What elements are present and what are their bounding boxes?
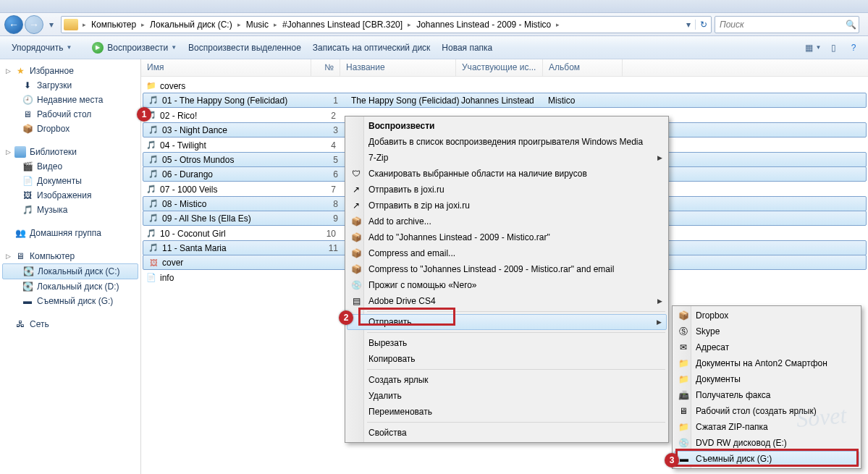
menu-item[interactable]: 📁Документы	[674, 371, 859, 387]
sidebar-item[interactable]: ⬇Загрузки	[0, 78, 140, 93]
address-bar[interactable]: ▸ Компьютер▸Локальный диск (C:)▸Music▸#J…	[61, 16, 712, 33]
menu-item[interactable]: Копировать	[347, 351, 667, 367]
view-button[interactable]: ▦▼	[804, 40, 822, 56]
col-name[interactable]: Имя	[141, 59, 311, 76]
menu-item[interactable]: ✉Адресат	[674, 339, 859, 355]
menu-item[interactable]: 📁Документы на Anton2 Смартфон	[674, 355, 859, 371]
sidebar-item[interactable]: 💽Локальный диск (D:)	[0, 279, 140, 294]
menu-item[interactable]: ⓈSkype	[674, 323, 859, 339]
help-button[interactable]: ?	[845, 40, 862, 56]
menu-item[interactable]: ↗Отправить в zip на joxi.ru	[347, 198, 667, 213]
sidebar-item[interactable]: 🕘Недавние места	[0, 93, 140, 107]
forward-button[interactable]: →	[25, 15, 43, 34]
column-headers: Имя № Название Участвующие ис... Альбом	[141, 59, 868, 77]
annotation-badge-3: 3	[665, 453, 679, 467]
file-row[interactable]: 🎵01 - The Happy Song (Felicidad)1The Hap…	[143, 93, 867, 108]
addr-dropdown[interactable]: ▾	[683, 17, 694, 32]
breadcrumb-item[interactable]: Локальный диск (C:)	[147, 17, 235, 33]
chevron-right-icon[interactable]: ▸	[80, 21, 88, 28]
menu-separator	[367, 332, 665, 333]
sendto-submenu: 📦DropboxⓈSkype✉Адресат📁Документы на Anto…	[672, 305, 861, 469]
sidebar-computer[interactable]: ▷🖥Компьютер	[0, 249, 140, 263]
breadcrumb-item[interactable]: #Johannes Linstead [CBR.320]	[279, 17, 405, 33]
chevron-right-icon[interactable]: ▸	[554, 21, 562, 28]
sidebar-item[interactable]: 💽Локальный диск (C:)	[2, 263, 138, 279]
chevron-right-icon[interactable]: ▸	[139, 21, 147, 28]
menu-item[interactable]: 💿Прожиг с помощью «Nero»	[347, 277, 667, 293]
toolbar: Упорядочить▼ ▶Воспроизвести▼ Воспроизвес…	[0, 36, 868, 59]
refresh-button[interactable]: ↻	[695, 20, 711, 30]
sidebar-item[interactable]: 📦Dropbox	[0, 122, 140, 136]
menu-item[interactable]: Вырезать	[347, 335, 667, 351]
menu-item[interactable]: 📠Получатель факса	[674, 387, 859, 403]
title-bar	[0, 0, 868, 13]
context-menu: ВоспроизвестиДобавить в список воспроизв…	[345, 116, 669, 443]
chevron-right-icon[interactable]: ▸	[405, 21, 413, 28]
menu-item[interactable]: 📦Add to archive...	[347, 213, 667, 229]
menu-item[interactable]: Переименовать	[347, 404, 667, 420]
menu-item[interactable]: Отправить▶	[347, 314, 667, 330]
sidebar-item[interactable]: 🎬Видео	[0, 159, 140, 174]
menu-item[interactable]: 🛡Сканировать выбранные области на наличи…	[347, 166, 667, 182]
burn-button[interactable]: Записать на оптический диск	[307, 40, 437, 56]
menu-item[interactable]: 7-Zip▶	[347, 150, 667, 166]
sidebar-network[interactable]: 🖧Сеть	[0, 317, 140, 331]
chevron-right-icon[interactable]: ▸	[235, 21, 243, 28]
menu-item[interactable]: 📦Compress to "Johannes Linstead - 2009 -…	[347, 261, 667, 277]
folder-icon	[64, 19, 78, 30]
menu-item[interactable]: ▤Adobe Drive CS4▶	[347, 293, 667, 309]
menu-item[interactable]: Добавить в список воспроизведения проигр…	[347, 134, 667, 150]
play-selected-button[interactable]: Воспроизвести выделенное	[182, 40, 307, 56]
menu-item[interactable]: 🖥Рабочий стол (создать ярлык)	[674, 403, 859, 419]
search-input[interactable]	[715, 20, 843, 30]
menu-separator	[367, 311, 665, 312]
play-button[interactable]: ▶Воспроизвести▼	[86, 39, 182, 56]
sidebar-item[interactable]: 🖼Изображения	[0, 188, 140, 203]
history-dropdown[interactable]: ▾	[46, 17, 56, 32]
menu-item[interactable]: Удалить	[347, 388, 667, 404]
menu-item[interactable]: 📦Add to "Johannes Linstead - 2009 - Mist…	[347, 229, 667, 245]
col-title[interactable]: Название	[340, 59, 456, 76]
annotation-badge-1: 1	[137, 107, 151, 122]
breadcrumb-item[interactable]: Компьютер	[88, 17, 139, 33]
col-album[interactable]: Альбом	[543, 59, 623, 76]
menu-item[interactable]: Свойства	[347, 425, 667, 441]
file-row[interactable]: 📁covers	[141, 78, 868, 93]
menu-separator	[367, 422, 665, 423]
menu-item[interactable]: Создать ярлык	[347, 372, 667, 388]
annotation-badge-2: 2	[339, 310, 353, 325]
sidebar-item[interactable]: 📄Документы	[0, 174, 140, 188]
new-folder-button[interactable]: Новая папка	[436, 40, 498, 56]
back-button[interactable]: ←	[4, 15, 23, 34]
menu-separator	[367, 369, 665, 370]
menu-item[interactable]: Воспроизвести	[347, 118, 667, 134]
col-number[interactable]: №	[311, 59, 340, 76]
breadcrumb-item[interactable]: Music	[243, 17, 271, 33]
sidebar-item[interactable]: 🖥Рабочий стол	[0, 107, 140, 122]
menu-item[interactable]: 📦Compress and email...	[347, 245, 667, 261]
menu-item[interactable]: 📦Dropbox	[674, 308, 859, 323]
organize-button[interactable]: Упорядочить▼	[6, 40, 77, 56]
sidebar-item[interactable]: ▬Съемный диск (G:)	[0, 294, 140, 308]
breadcrumb-item[interactable]: Johannes Linstead - 2009 - Mistico	[413, 17, 554, 33]
menu-item[interactable]: ↗Отправить в joxi.ru	[347, 182, 667, 198]
menu-item[interactable]: ▬Съемный диск (G:)	[674, 451, 859, 467]
col-artist[interactable]: Участвующие ис...	[456, 59, 543, 76]
sidebar-homegroup[interactable]: 👥Домашняя группа	[0, 226, 140, 240]
preview-pane-button[interactable]: ▯	[825, 40, 842, 56]
chevron-right-icon[interactable]: ▸	[271, 21, 279, 28]
nav-bar: ← → ▾ ▸ Компьютер▸Локальный диск (C:)▸Mu…	[0, 13, 868, 36]
menu-item[interactable]: 📁Сжатая ZIP-папка	[674, 419, 859, 435]
search-box[interactable]: 🔍	[715, 16, 859, 33]
sidebar-favorites[interactable]: ▷★Избранное	[0, 64, 140, 78]
search-icon: 🔍	[843, 20, 859, 30]
menu-item[interactable]: 💿DVD RW дисковод (E:)	[674, 435, 859, 451]
sidebar-libraries[interactable]: ▷Библиотеки	[0, 145, 140, 159]
sidebar: ▷★Избранное ⬇Загрузки🕘Недавние места🖥Раб…	[0, 59, 141, 474]
sidebar-item[interactable]: 🎵Музыка	[0, 203, 140, 217]
